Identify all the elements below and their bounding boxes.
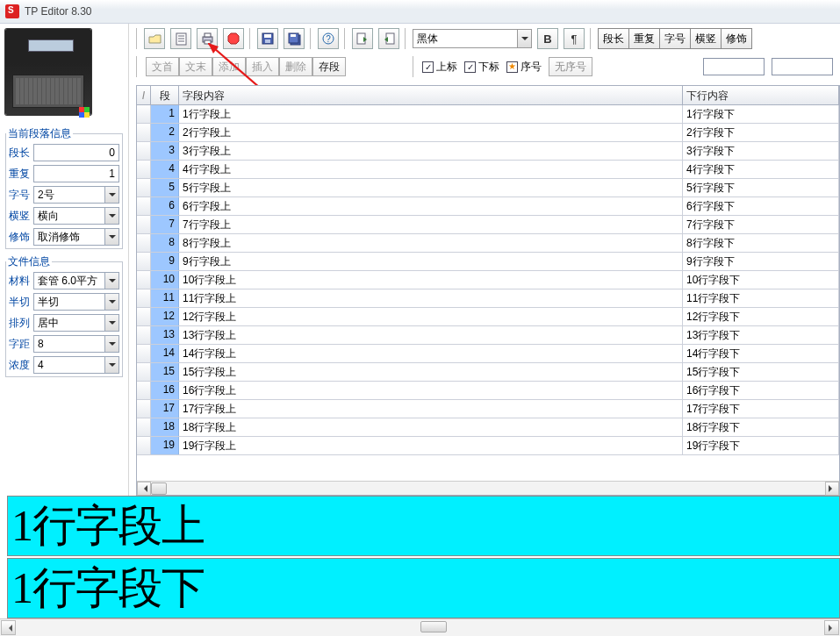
table-row[interactable]: 1212行字段上12行字段下: [137, 308, 839, 326]
cell-lower[interactable]: 11行字段下: [683, 289, 839, 307]
cell-lower[interactable]: 15行字段下: [683, 363, 839, 381]
cell-upper[interactable]: 12行字段上: [179, 308, 683, 325]
sequence-check[interactable]: ★序号: [506, 60, 542, 75]
table-row[interactable]: 1515行字段上15行字段下: [137, 363, 839, 382]
cell-upper[interactable]: 19行字段上: [179, 437, 683, 454]
table-row[interactable]: 1818行字段上18行字段下: [137, 418, 839, 437]
material-select[interactable]: 套管 6.0平方: [33, 272, 119, 289]
table-row[interactable]: 22行字段上2行字段下: [137, 124, 839, 142]
scroll-left-icon[interactable]: [137, 482, 151, 496]
table-row[interactable]: 88行字段上8行字段下: [137, 234, 839, 253]
superscript-check[interactable]: 上标: [422, 60, 457, 75]
cell-lower[interactable]: 2行字段下: [683, 124, 839, 141]
table-row[interactable]: 44行字段上4行字段下: [137, 161, 839, 179]
orientation-select[interactable]: 横向: [33, 207, 119, 225]
chevron-down-icon[interactable]: [104, 315, 118, 331]
cell-lower[interactable]: 10行字段下: [683, 271, 839, 289]
chevron-down-icon[interactable]: [104, 294, 118, 310]
grid-h-scrollbar[interactable]: [137, 481, 839, 495]
fontsize-select[interactable]: 2号: [33, 186, 119, 204]
new-button[interactable]: [170, 28, 191, 49]
chevron-down-icon[interactable]: [104, 187, 118, 203]
cell-upper[interactable]: 2行字段上: [179, 124, 683, 141]
halfcut-select[interactable]: 半切: [33, 293, 119, 311]
col-num-header[interactable]: 段号: [151, 86, 179, 104]
pilcrow-button[interactable]: ¶: [564, 28, 585, 49]
table-row[interactable]: 66行字段上6行字段下: [137, 197, 839, 216]
group-orientation-button[interactable]: 横竖: [691, 29, 722, 48]
chevron-down-icon[interactable]: [517, 30, 531, 47]
insert-button[interactable]: 插入: [246, 57, 279, 76]
cell-upper[interactable]: 8行字段上: [179, 234, 683, 252]
number-input-a[interactable]: [703, 58, 765, 75]
font-select[interactable]: 黑体: [413, 29, 532, 48]
no-sequence-button[interactable]: 无序号: [549, 57, 592, 76]
chevron-down-icon[interactable]: [104, 229, 118, 245]
cell-upper[interactable]: 13行字段上: [179, 326, 683, 344]
cell-upper[interactable]: 17行字段上: [179, 400, 683, 418]
decorate-select[interactable]: 取消修饰: [33, 228, 119, 246]
cell-upper[interactable]: 7行字段上: [179, 216, 683, 233]
cell-upper[interactable]: 11行字段上: [179, 289, 683, 307]
cell-upper[interactable]: 4行字段上: [179, 161, 683, 178]
col-upper-header[interactable]: 字段内容: [179, 86, 683, 104]
chevron-down-icon[interactable]: [104, 336, 118, 352]
help-button[interactable]: ?: [318, 28, 339, 49]
repeat-input[interactable]: 1: [33, 165, 119, 182]
cell-lower[interactable]: 19行字段下: [683, 437, 839, 454]
group-seglen-button[interactable]: 段长: [599, 29, 629, 48]
table-row[interactable]: 77行字段上7行字段下: [137, 216, 839, 234]
table-row[interactable]: 1616行字段上16行字段下: [137, 382, 839, 400]
seglen-input[interactable]: 0: [33, 144, 119, 161]
scroll-thumb[interactable]: [151, 482, 167, 495]
scroll-right-icon[interactable]: [824, 620, 839, 635]
cell-lower[interactable]: 7行字段下: [683, 216, 839, 233]
cell-lower[interactable]: 16行字段下: [683, 382, 839, 399]
cell-lower[interactable]: 4行字段下: [683, 161, 839, 178]
cell-upper[interactable]: 5行字段上: [179, 179, 683, 197]
table-row[interactable]: 55行字段上5行字段下: [137, 179, 839, 197]
export1-button[interactable]: [352, 28, 373, 49]
cell-lower[interactable]: 12行字段下: [683, 308, 839, 325]
col-lower-header[interactable]: 下行内容: [683, 86, 839, 104]
cell-lower[interactable]: 14行字段下: [683, 345, 839, 362]
cell-lower[interactable]: 6行字段下: [683, 197, 839, 215]
align-select[interactable]: 居中: [33, 314, 119, 332]
group-fontsize-button[interactable]: 字号: [660, 29, 691, 48]
save-segment-button[interactable]: 存段: [312, 57, 346, 76]
table-row[interactable]: 1717行字段上17行字段下: [137, 400, 839, 418]
table-row[interactable]: 99行字段上9行字段下: [137, 253, 839, 271]
cell-upper[interactable]: 3行字段上: [179, 142, 683, 160]
scroll-left-icon[interactable]: [1, 620, 16, 635]
chevron-down-icon[interactable]: [104, 208, 118, 224]
saveall-button[interactable]: [284, 28, 305, 49]
export2-button[interactable]: [378, 28, 399, 49]
cell-lower[interactable]: 18行字段下: [683, 418, 839, 436]
cell-upper[interactable]: 9行字段上: [179, 253, 683, 270]
cell-lower[interactable]: 13行字段下: [683, 326, 839, 344]
cell-lower[interactable]: 3行字段下: [683, 142, 839, 160]
table-row[interactable]: 1414行字段上14行字段下: [137, 345, 839, 363]
table-row[interactable]: 1111行字段上11行字段下: [137, 289, 839, 308]
scroll-thumb[interactable]: [420, 621, 447, 632]
cell-upper[interactable]: 16行字段上: [179, 382, 683, 399]
density-select[interactable]: 4: [33, 356, 119, 374]
cell-upper[interactable]: 15行字段上: [179, 363, 683, 381]
table-row[interactable]: 1919行字段上19行字段下: [137, 437, 839, 455]
table-row[interactable]: 1010行字段上10行字段下: [137, 271, 839, 289]
scroll-track[interactable]: [17, 619, 823, 636]
group-repeat-button[interactable]: 重复: [629, 29, 660, 48]
open-button[interactable]: [144, 28, 165, 49]
cell-upper[interactable]: 6行字段上: [179, 197, 683, 215]
bold-button[interactable]: B: [537, 28, 558, 49]
stop-button[interactable]: [223, 28, 244, 49]
chevron-down-icon[interactable]: [104, 357, 118, 373]
delete-button[interactable]: 删除: [279, 57, 312, 76]
table-row[interactable]: 33行字段上3行字段下: [137, 142, 839, 161]
group-decorate-button[interactable]: 修饰: [722, 29, 751, 48]
save-button[interactable]: [257, 28, 278, 49]
cell-upper[interactable]: 10行字段上: [179, 271, 683, 289]
cell-upper[interactable]: 18行字段上: [179, 418, 683, 436]
table-row[interactable]: 11行字段上1行字段下: [137, 105, 839, 124]
doc-tail-button[interactable]: 文末: [179, 57, 212, 76]
